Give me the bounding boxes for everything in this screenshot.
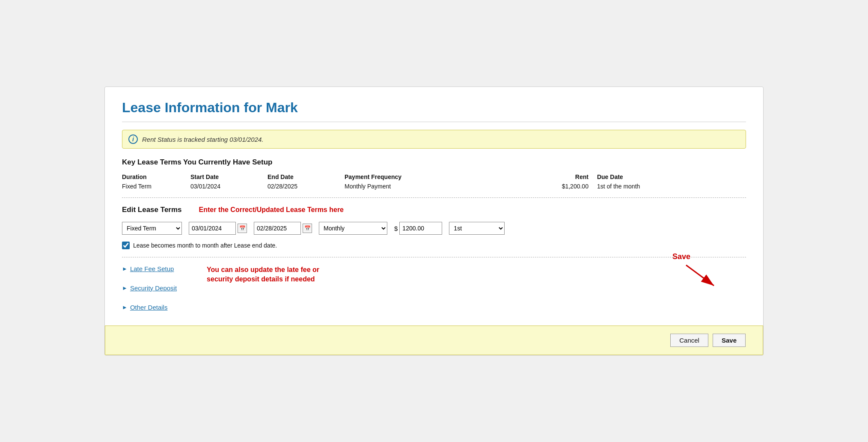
start-date-calendar-icon[interactable]: 📅 xyxy=(238,224,247,233)
current-terms-grid: Duration Start Date End Date Payment Fre… xyxy=(122,173,746,190)
start-date-value: 03/01/2024 xyxy=(190,183,268,190)
end-date-header: End Date xyxy=(268,173,345,183)
end-date-input[interactable] xyxy=(254,222,301,235)
other-details-link-item: ► Other Details xyxy=(122,304,177,311)
frequency-select[interactable]: Monthly Weekly Bi-Weekly Quarterly Annua… xyxy=(319,222,387,235)
duration-select[interactable]: Fixed Term Month to Month xyxy=(122,222,182,235)
other-details-arrow-icon: ► xyxy=(122,304,128,311)
info-icon: i xyxy=(128,134,138,144)
svg-line-1 xyxy=(686,265,714,286)
end-date-field-group: 📅 xyxy=(254,222,312,235)
save-button[interactable]: Save xyxy=(713,334,746,347)
section-divider-2 xyxy=(122,257,746,257)
rent-header: Rent xyxy=(456,173,597,183)
edit-section-header: Edit Lease Terms Enter the Correct/Updat… xyxy=(122,206,746,214)
page-title: Lease Information for Mark xyxy=(122,100,746,116)
save-annotation-label: Save xyxy=(672,252,690,261)
late-fee-link[interactable]: Late Fee Setup xyxy=(130,265,174,272)
title-divider xyxy=(122,122,746,122)
end-date-value: 02/28/2025 xyxy=(268,183,345,190)
rent-value: $1,200.00 xyxy=(456,183,597,190)
start-date-input[interactable] xyxy=(189,222,236,235)
due-date-select[interactable]: 1st 2nd 3rd 4th 5th 10th 15th xyxy=(449,222,505,235)
footer-bar: Cancel Save xyxy=(105,326,763,355)
annotation-line1: You can also update the late fee or xyxy=(207,266,319,273)
update-annotation: You can also update the late fee or secu… xyxy=(207,265,319,284)
page-container: Lease Information for Mark i Rent Status… xyxy=(104,87,764,355)
security-deposit-link[interactable]: Security Deposit xyxy=(130,284,177,292)
edit-section-title: Edit Lease Terms xyxy=(122,206,182,214)
duration-header: Duration xyxy=(122,173,190,183)
due-date-header: Due Date xyxy=(597,173,746,183)
annotation-line2: security deposit details if needed xyxy=(207,275,315,283)
rent-field-group: $ xyxy=(394,222,442,235)
edit-fields-row: Fixed Term Month to Month 📅 📅 Monthly We… xyxy=(122,222,746,235)
edit-instruction: Enter the Correct/Updated Lease Terms he… xyxy=(199,206,344,214)
start-date-header: Start Date xyxy=(190,173,268,183)
month-to-month-checkbox[interactable] xyxy=(122,242,130,249)
due-date-value: 1st of the month xyxy=(597,183,746,190)
frequency-field-group: Monthly Weekly Bi-Weekly Quarterly Annua… xyxy=(319,222,387,235)
dollar-sign: $ xyxy=(394,225,398,232)
duration-value: Fixed Term xyxy=(122,183,190,190)
start-date-field-group: 📅 xyxy=(189,222,247,235)
duration-field-group: Fixed Term Month to Month xyxy=(122,222,182,235)
rent-input[interactable] xyxy=(399,222,442,235)
info-banner-text: Rent Status is tracked starting 03/01/20… xyxy=(142,136,264,143)
links-column: ► Late Fee Setup ► Security Deposit ► Ot… xyxy=(122,265,177,317)
other-details-link[interactable]: Other Details xyxy=(130,304,168,311)
security-deposit-arrow-icon: ► xyxy=(122,285,128,291)
month-to-month-label: Lease becomes month to month after Lease… xyxy=(133,242,277,249)
end-date-calendar-icon[interactable]: 📅 xyxy=(303,224,312,233)
current-terms-title: Key Lease Terms You Currently Have Setup xyxy=(122,158,746,167)
security-deposit-link-item: ► Security Deposit xyxy=(122,284,177,292)
payment-frequency-header: Payment Frequency xyxy=(345,173,456,183)
cancel-button[interactable]: Cancel xyxy=(670,334,708,347)
section-divider-1 xyxy=(122,197,746,198)
save-arrow-icon xyxy=(682,261,720,291)
late-fee-link-item: ► Late Fee Setup xyxy=(122,265,177,272)
payment-frequency-value: Monthly Payment xyxy=(345,183,456,190)
info-banner: i Rent Status is tracked starting 03/01/… xyxy=(122,130,746,149)
month-to-month-checkbox-row: Lease becomes month to month after Lease… xyxy=(122,242,746,249)
late-fee-arrow-icon: ► xyxy=(122,266,128,272)
due-date-field-group: 1st 2nd 3rd 4th 5th 10th 15th xyxy=(449,222,505,235)
